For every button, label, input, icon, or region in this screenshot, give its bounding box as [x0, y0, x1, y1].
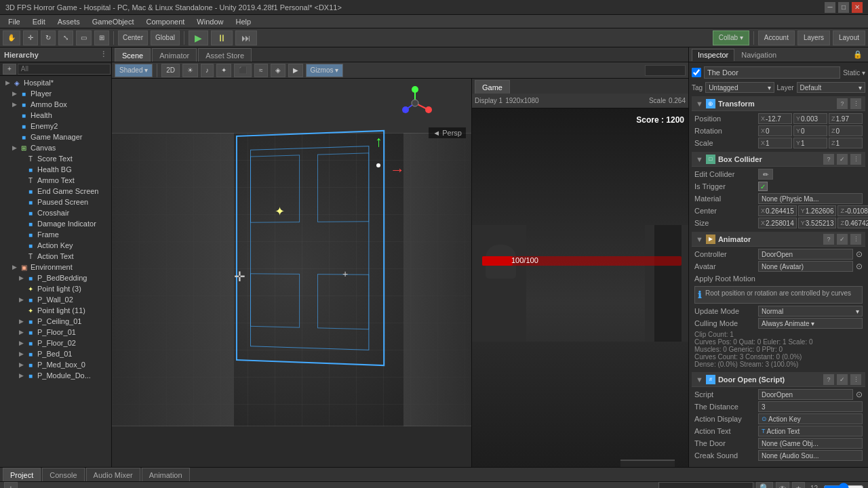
twod-btn[interactable]: 2D: [161, 64, 180, 77]
move-handle[interactable]: ✛: [234, 268, 245, 285]
space-mode[interactable]: Global: [151, 30, 180, 45]
hierarchy-item[interactable]: ▶■P_BedBedding: [0, 272, 111, 283]
menu-assets[interactable]: Assets: [52, 15, 85, 28]
size-y[interactable]: Y3.525213: [798, 218, 837, 228]
bp-tab-animation[interactable]: Animation: [142, 468, 190, 481]
tab-inspector[interactable]: Inspector: [692, 49, 734, 61]
controller-value[interactable]: DoorOpen: [758, 249, 853, 260]
tag-dropdown[interactable]: Untagged ▾: [705, 82, 774, 93]
bp-star-btn[interactable]: ★: [792, 482, 805, 488]
hierarchy-item[interactable]: ▶▣Environment: [0, 262, 111, 272]
avatar-pick[interactable]: ⊙: [856, 262, 863, 271]
action-text-value[interactable]: T Action Text: [758, 426, 863, 436]
bc-arrow[interactable]: ▼: [696, 155, 703, 163]
hierarchy-item[interactable]: ▶◈Hospital*: [0, 77, 111, 88]
collab-button[interactable]: Collab ▾: [713, 30, 749, 45]
move-tool[interactable]: ✛: [23, 30, 38, 45]
anim-arrow[interactable]: ▼: [696, 235, 703, 243]
hierarchy-item[interactable]: ■Health: [0, 110, 111, 121]
hierarchy-item[interactable]: ▶■P_Med_box_0: [0, 359, 111, 370]
bp-search-btn[interactable]: 🔍: [756, 482, 773, 488]
inspector-lock[interactable]: 🔒: [850, 50, 865, 59]
hierarchy-item[interactable]: ✦Point light (11): [0, 305, 111, 316]
hierarchy-item[interactable]: ■Crosshair: [0, 207, 111, 218]
bp-search-input[interactable]: [658, 482, 753, 488]
ds-enable-btn[interactable]: ✓: [837, 374, 848, 385]
rotation-z[interactable]: Z0: [829, 125, 863, 136]
bp-tab-audio-mixer[interactable]: Audio Mixer: [86, 468, 140, 481]
persp-label[interactable]: ◄ Persp: [429, 127, 466, 138]
lighting-btn[interactable]: ☀: [182, 64, 198, 77]
tab-game[interactable]: Game: [475, 80, 510, 94]
hierarchy-options[interactable]: ⋮: [100, 50, 107, 59]
hierarchy-item[interactable]: ■Paused Screen: [0, 197, 111, 207]
is-trigger-checkbox[interactable]: ✓: [758, 182, 768, 191]
scene-view[interactable]: ↑ →: [112, 79, 471, 467]
scene-search[interactable]: [645, 65, 686, 76]
position-x[interactable]: X-12.7: [758, 113, 792, 124]
creak-sound-value[interactable]: None (Audio Sou...: [758, 450, 863, 461]
hierarchy-item[interactable]: ■Enemy2: [0, 121, 111, 131]
hierarchy-item[interactable]: ▶■P_Wall_02: [0, 294, 111, 305]
ds-arrow[interactable]: ▼: [696, 375, 703, 384]
transform-options-btn[interactable]: ⋮: [850, 98, 861, 109]
anim-enable-btn[interactable]: ✓: [837, 234, 848, 245]
distance-value[interactable]: 3: [758, 401, 863, 412]
skybox-btn[interactable]: ⬛: [234, 64, 252, 77]
script-pick[interactable]: ⊙: [856, 390, 863, 399]
rotate-handle[interactable]: +: [342, 268, 348, 279]
hierarchy-item[interactable]: TAmmo Text: [0, 175, 111, 186]
hierarchy-item[interactable]: TAction Text: [0, 251, 111, 262]
anim-info-btn[interactable]: ?: [823, 234, 834, 245]
hierarchy-item[interactable]: ▶■P_Module_Do...: [0, 370, 111, 381]
pivot-mode[interactable]: Center: [118, 30, 148, 45]
close-button[interactable]: ✕: [852, 2, 863, 13]
audio-btn[interactable]: ♪: [201, 64, 214, 77]
position-z[interactable]: Z1.97: [829, 113, 863, 124]
hierarchy-item[interactable]: ■Frame: [0, 229, 111, 240]
menu-gameobject[interactable]: GameObject: [87, 15, 140, 28]
play-button[interactable]: ▶: [189, 30, 208, 45]
bp-tab-console[interactable]: Console: [42, 468, 84, 481]
culling-mode-dropdown[interactable]: Always Animate ▾: [758, 318, 863, 329]
bp-eye-btn[interactable]: 👁: [776, 482, 789, 488]
transform-info-btn[interactable]: ?: [837, 98, 848, 109]
hierarchy-item[interactable]: ■Game Manager: [0, 131, 111, 142]
hierarchy-add-button[interactable]: +: [3, 64, 16, 75]
minimize-button[interactable]: ─: [825, 2, 835, 13]
tab-navigation[interactable]: Navigation: [736, 49, 782, 61]
rotate-tool[interactable]: ↻: [41, 30, 56, 45]
hierarchy-item[interactable]: ■Health BG: [0, 164, 111, 175]
resolution-btn[interactable]: 1920x1080: [505, 97, 539, 104]
bc-options-btn[interactable]: ⋮: [850, 154, 861, 165]
hierarchy-item[interactable]: ▶■Player: [0, 88, 111, 99]
hierarchy-search[interactable]: [18, 64, 111, 75]
script-ref-value[interactable]: DoorOpen: [758, 389, 853, 400]
hierarchy-item[interactable]: ▶⊞Canvas: [0, 142, 111, 153]
the-door-value[interactable]: None (Game Obj...: [758, 438, 863, 449]
center-x[interactable]: X0.264415: [758, 205, 797, 216]
object-name-input[interactable]: [704, 66, 840, 79]
bp-tab-project[interactable]: Project: [3, 468, 41, 481]
hierarchy-item[interactable]: ▶■Ammo Box: [0, 99, 111, 110]
hierarchy-item[interactable]: ▶■P_Floor_02: [0, 338, 111, 348]
tab-animator[interactable]: Animator: [152, 48, 197, 62]
scale-y[interactable]: Y1: [793, 138, 827, 148]
maximize-button[interactable]: □: [838, 2, 849, 13]
hierarchy-item[interactable]: ■End Game Screen: [0, 186, 111, 197]
fog-btn[interactable]: ≈: [254, 64, 268, 77]
position-y[interactable]: Y0.003: [793, 113, 827, 124]
update-mode-dropdown[interactable]: Normal▾: [758, 306, 863, 317]
scale-tool[interactable]: ⤡: [58, 30, 73, 45]
edit-collider-btn[interactable]: ✏: [758, 169, 773, 180]
bp-size-slider[interactable]: [823, 483, 864, 488]
hierarchy-item[interactable]: ■Action Key: [0, 240, 111, 251]
hierarchy-item[interactable]: ✦Point light (3): [0, 283, 111, 294]
ds-options-btn[interactable]: ⋮: [850, 374, 861, 385]
bc-enable-btn[interactable]: ✓: [837, 154, 848, 165]
hierarchy-item[interactable]: ▶■P_Bed_01: [0, 348, 111, 359]
layout-button[interactable]: Layout: [833, 30, 865, 45]
ds-info-btn[interactable]: ?: [823, 374, 834, 385]
hierarchy-item[interactable]: TScore Text: [0, 153, 111, 164]
hierarchy-item[interactable]: ▶■P_Floor_01: [0, 327, 111, 338]
